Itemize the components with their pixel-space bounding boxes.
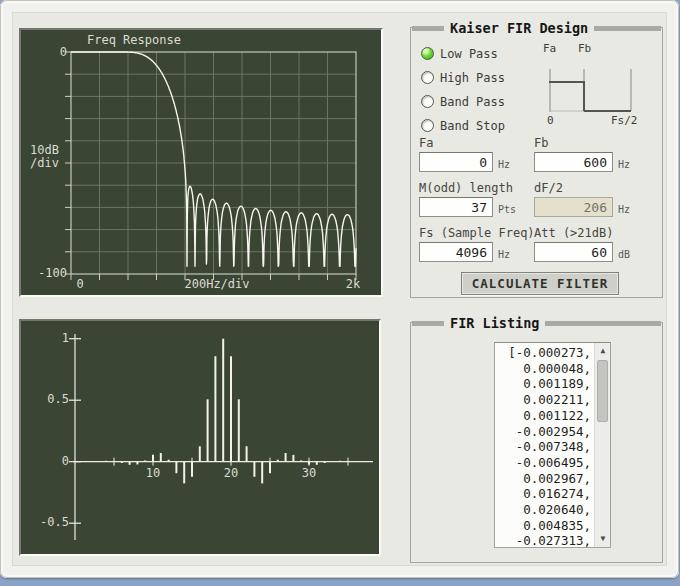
- freq-plot-y-div-label2: /div: [30, 157, 59, 170]
- fir-value-row[interactable]: -0.006495,: [495, 455, 594, 471]
- impulse-y-label-neg05: -0.5: [31, 516, 69, 529]
- scrollbar-up-icon[interactable]: ▲: [595, 344, 611, 358]
- fa-field-label: Fa: [419, 136, 433, 150]
- fs-field-label: Fs (Sample Freq): [419, 226, 535, 240]
- freq-plot-y-top-label: 0: [49, 46, 67, 59]
- radio-high-pass[interactable]: High Pass: [421, 70, 505, 85]
- calculate-filter-button[interactable]: CALCULATE FILTER: [461, 272, 619, 295]
- diagram-zero-label: 0: [547, 114, 554, 127]
- title-bar-left: [412, 26, 444, 31]
- title-bar-right: [594, 26, 661, 31]
- fir-listing-box[interactable]: [-0.000273,0.000048,0.001189,0.002211,0.…: [494, 342, 611, 548]
- att-field-label: Att (>21dB): [534, 226, 613, 240]
- fa-unit-label: Hz: [498, 159, 510, 170]
- radio-band-pass[interactable]: Band Pass: [421, 94, 505, 109]
- fb-input[interactable]: [534, 152, 613, 172]
- m-length-field-label: M(odd) length: [419, 181, 513, 195]
- fir-listing-title: FIR Listing: [444, 315, 545, 331]
- fir-value-row[interactable]: 0.002967,: [495, 471, 594, 487]
- fir-value-row[interactable]: 0.002211,: [495, 392, 594, 408]
- att-input[interactable]: [534, 242, 613, 262]
- att-unit-label: dB: [618, 249, 630, 260]
- kaiser-design-panel: Kaiser FIR Design Low Pass High Pass Ban…: [410, 27, 663, 298]
- fb-field-label: Fb: [534, 136, 548, 150]
- diagram-fb-label: Fb: [578, 42, 591, 55]
- fir-value-row[interactable]: -0.002954,: [495, 424, 594, 440]
- impulse-x-label-10: 10: [141, 467, 165, 480]
- fs-unit-label: Hz: [498, 249, 510, 260]
- impulse-x-label-20: 20: [219, 467, 243, 480]
- radio-band-stop-circle[interactable]: [421, 119, 434, 132]
- kaiser-panel-title: Kaiser FIR Design: [444, 20, 594, 36]
- fir-value-row[interactable]: 0.001189,: [495, 376, 594, 392]
- fir-value-row[interactable]: -0.027313,: [495, 533, 594, 547]
- fir-value-row[interactable]: [-0.000273,: [495, 345, 594, 361]
- freq-plot-x-right-label: 2k: [339, 278, 367, 291]
- radio-band-pass-circle[interactable]: [421, 95, 434, 108]
- df2-field-label: dF/2: [534, 181, 563, 195]
- freq-plot-x-left-label: 0: [71, 278, 89, 291]
- radio-band-stop[interactable]: Band Stop: [421, 118, 505, 133]
- app-window: Freq Response 0 10dB /div -100 0 200Hz/d…: [0, 0, 679, 578]
- title-bar-left: [412, 321, 444, 326]
- fir-value-row[interactable]: 0.020640,: [495, 502, 594, 518]
- freq-plot-title: Freq Response: [87, 34, 181, 47]
- radio-band-stop-label: Band Stop: [440, 119, 505, 133]
- fs-input[interactable]: [419, 242, 493, 262]
- radio-low-pass-label: Low Pass: [440, 47, 498, 61]
- fir-listing-panel: FIR Listing [-0.000273,0.000048,0.001189…: [410, 322, 663, 563]
- df2-output: [534, 197, 613, 217]
- fir-listing-header: FIR Listing: [412, 314, 661, 332]
- m-length-input[interactable]: [419, 197, 493, 217]
- df2-unit-label: Hz: [618, 204, 630, 215]
- desktop: { "window": { "background_color": "#e9e9…: [0, 0, 680, 586]
- fir-value-row[interactable]: 0.000048,: [495, 361, 594, 377]
- impulse-y-label-1: 1: [31, 332, 69, 345]
- title-bar-right: [545, 321, 661, 326]
- fb-unit-label: Hz: [618, 159, 630, 170]
- freq-plot-x-mid-label: 200Hz/div: [179, 278, 255, 291]
- fir-value-row[interactable]: 0.001122,: [495, 408, 594, 424]
- impulse-y-label-05: 0.5: [31, 393, 69, 406]
- fa-input[interactable]: [419, 152, 493, 172]
- radio-low-pass[interactable]: Low Pass: [421, 46, 498, 61]
- fir-value-row[interactable]: 0.004835,: [495, 518, 594, 534]
- fir-value-row[interactable]: -0.007348,: [495, 439, 594, 455]
- fir-listing-scrollbar[interactable]: ▲ ▼: [594, 343, 610, 547]
- freq-plot-y-bottom-label: -100: [29, 267, 67, 280]
- radio-high-pass-label: High Pass: [440, 71, 505, 85]
- kaiser-panel-header: Kaiser FIR Design: [412, 19, 661, 37]
- impulse-x-label-30: 30: [297, 467, 321, 480]
- fir-listing-rows: [-0.000273,0.000048,0.001189,0.002211,0.…: [495, 343, 594, 547]
- radio-low-pass-circle[interactable]: [421, 47, 434, 60]
- impulse-canvas: [21, 321, 379, 554]
- radio-band-pass-label: Band Pass: [440, 95, 505, 109]
- diagram-fa-label: Fa: [543, 42, 556, 55]
- diagram-nyquist-label: Fs/2: [611, 114, 638, 127]
- freq-response-canvas: [21, 30, 381, 295]
- impulse-y-label-0: 0: [31, 455, 69, 468]
- freq-response-plot: Freq Response 0 10dB /div -100 0 200Hz/d…: [19, 28, 383, 297]
- radio-high-pass-circle[interactable]: [421, 71, 434, 84]
- scrollbar-thumb[interactable]: [597, 360, 608, 422]
- filter-shape-diagram: Fa Fb 0 Fs/2: [529, 38, 654, 126]
- fir-value-row[interactable]: 0.016274,: [495, 486, 594, 502]
- m-length-unit-label: Pts: [498, 204, 516, 215]
- impulse-response-plot: 1 0.5 0 -0.5 10 20 30: [19, 319, 381, 556]
- scrollbar-down-icon[interactable]: ▼: [595, 532, 611, 546]
